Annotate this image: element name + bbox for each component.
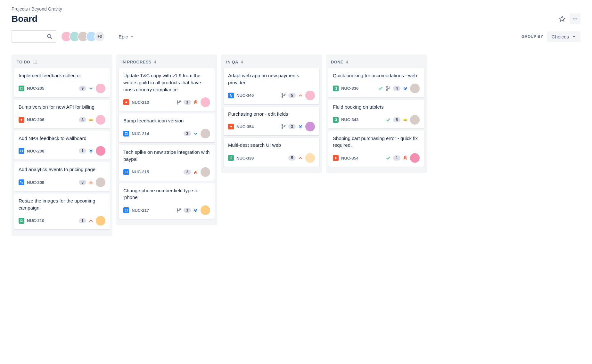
svg-point-14	[177, 103, 178, 104]
estimate-badge: 1	[79, 148, 86, 153]
priority-icon	[402, 86, 408, 91]
breadcrumb-project[interactable]: Beyond Gravity	[31, 6, 62, 12]
estimate-badge: 4	[393, 86, 400, 91]
page-title: Board	[12, 14, 37, 24]
issue-card[interactable]: Shoping cart purchasing error - quick fi…	[328, 131, 424, 167]
svg-rect-23	[231, 95, 232, 96]
breadcrumb-root[interactable]: Projects	[12, 6, 28, 12]
issue-type-icon	[333, 155, 339, 161]
issue-key: NUC-354	[341, 156, 358, 161]
card-title: Implement feedback collector	[19, 72, 105, 79]
card-title: Adapt web app no new payments provider	[228, 72, 315, 86]
issue-type-icon	[123, 99, 129, 105]
assignee-avatar[interactable]	[410, 153, 420, 163]
issue-card[interactable]: Bump feedback icon versionNUC-2143	[119, 113, 215, 142]
group-by-value: Choices	[552, 34, 569, 39]
card-title: Bump feedback icon version	[123, 117, 210, 124]
issue-card[interactable]: Add NPS feedback to wallboardNUC-2081	[14, 131, 110, 160]
svg-point-29	[282, 128, 283, 128]
board: TO DO12Implement feedback collectorNUC-2…	[12, 54, 580, 236]
branch-icon	[176, 99, 182, 105]
card-title: Resize the images for the upcoming campa…	[19, 197, 105, 211]
estimate-badge: 3	[184, 170, 191, 175]
card-title: Add NPS feedback to wallboard	[19, 135, 105, 142]
svg-point-2	[574, 18, 575, 19]
more-button[interactable]	[570, 13, 580, 24]
svg-point-1	[573, 18, 574, 19]
estimate-badge: 5	[288, 155, 296, 161]
svg-point-24	[282, 93, 283, 94]
priority-icon	[298, 124, 303, 129]
estimate-badge: 9	[79, 86, 86, 91]
issue-card[interactable]: Tech spike on new stripe integration wit…	[119, 145, 215, 181]
column-title: IN QA	[226, 60, 238, 64]
assignee-avatar[interactable]	[305, 153, 315, 163]
column-title: TO DO	[17, 60, 30, 64]
issue-card[interactable]: Purchasing error - edit fieldsNUC-3543	[224, 107, 319, 136]
priority-icon	[193, 99, 199, 105]
svg-point-6	[21, 119, 22, 120]
issue-card[interactable]: Fluid booking on tabletsNUC-3435	[328, 100, 424, 128]
done-check-icon	[378, 86, 383, 91]
issue-card[interactable]: Quick booking for accomodations - webNUC…	[328, 68, 424, 97]
assignee-avatar[interactable]	[305, 91, 315, 100]
estimate-badge: 1	[393, 155, 400, 161]
board-column: TO DO12Implement feedback collectorNUC-2…	[12, 54, 112, 236]
assignee-avatar[interactable]	[201, 167, 210, 177]
assignee-avatar[interactable]	[96, 178, 105, 187]
epic-filter-label: Epic	[119, 34, 128, 39]
assignee-avatar[interactable]	[96, 115, 105, 125]
avatar-overflow[interactable]: +3	[94, 31, 105, 42]
card-title: Purchasing error - edit fields	[228, 111, 315, 118]
group-by: GROUP BY Choices	[522, 31, 580, 42]
assignee-avatar[interactable]	[96, 216, 105, 226]
estimate-badge: 1	[184, 208, 191, 213]
epic-filter[interactable]: Epic	[116, 32, 137, 41]
issue-card[interactable]: Implement feedback collectorNUC-2059	[14, 68, 110, 97]
svg-rect-9	[21, 150, 23, 152]
issue-key: NUC-343	[341, 117, 358, 122]
issue-card[interactable]: Multi-dest search UI webNUC-3385	[224, 138, 319, 167]
star-button[interactable]	[557, 13, 568, 24]
card-title: Tech spike on new stripe integration wit…	[123, 149, 210, 163]
issue-card[interactable]: Add analytics events to pricing pageNUC-…	[14, 162, 110, 191]
issue-key: NUC-338	[236, 156, 254, 161]
svg-point-32	[387, 89, 388, 90]
priority-icon	[298, 155, 303, 161]
svg-point-31	[387, 86, 388, 87]
search-input[interactable]	[12, 30, 56, 43]
search-icon	[47, 34, 53, 39]
card-title: Multi-dest search UI web	[228, 142, 315, 149]
chevron-down-icon	[130, 35, 134, 38]
svg-rect-17	[125, 171, 127, 173]
avatar-stack[interactable]: +3	[61, 31, 105, 42]
assignee-avatar[interactable]	[201, 129, 210, 138]
issue-card[interactable]: Resize the images for the upcoming campa…	[14, 194, 110, 229]
issue-card[interactable]: Adapt web app no new payments providerNU…	[224, 68, 319, 104]
assignee-avatar[interactable]	[305, 122, 315, 131]
issue-key: NUC-336	[341, 86, 358, 91]
issue-card[interactable]: Update T&C copy with v1.9 from the write…	[119, 68, 215, 111]
assignee-avatar[interactable]	[96, 146, 105, 156]
column-count: 4	[154, 60, 156, 64]
assignee-avatar[interactable]	[201, 97, 210, 107]
issue-card[interactable]: Bump version for new API for billingNUC-…	[14, 100, 110, 128]
issue-card[interactable]: Change phone number field type to 'phone…	[119, 183, 215, 219]
star-icon	[559, 16, 565, 22]
issue-type-icon	[19, 86, 24, 91]
estimate-badge: 1	[79, 218, 86, 223]
breadcrumb: Projects / Beyond Gravity	[12, 6, 580, 12]
priority-icon	[298, 93, 303, 98]
column-count: 4	[346, 60, 348, 64]
assignee-avatar[interactable]	[410, 84, 420, 93]
assignee-avatar[interactable]	[96, 84, 105, 93]
group-by-select[interactable]: Choices	[547, 31, 580, 42]
done-check-icon	[385, 155, 391, 161]
assignee-avatar[interactable]	[201, 205, 210, 215]
branch-icon	[281, 124, 286, 129]
priority-icon	[88, 179, 94, 185]
priority-icon	[193, 169, 199, 175]
issue-type-icon	[333, 86, 339, 91]
issue-type-icon	[19, 117, 24, 123]
assignee-avatar[interactable]	[410, 115, 420, 125]
